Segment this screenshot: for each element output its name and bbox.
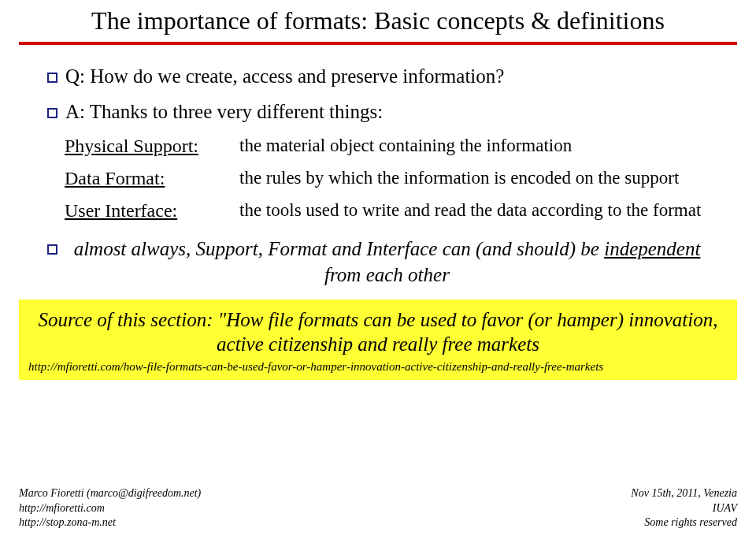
- emphasis-pre: almost always, Support, Format and Inter…: [74, 238, 605, 259]
- footer-venue: IUAV: [631, 501, 737, 516]
- answer-text: A: Thanks to three very different things…: [65, 99, 383, 124]
- emphasis-underlined: independent: [604, 238, 700, 259]
- def-desc: the rules by which the information is en…: [239, 168, 709, 189]
- footer-date: Nov 15th, 2011, Venezia: [631, 486, 737, 501]
- bullet-icon: [47, 73, 57, 83]
- question-bullet: Q: How do we create, access and preserve…: [47, 64, 709, 88]
- slide-title: The importance of formats: Basic concept…: [0, 0, 756, 40]
- question-text: Q: How do we create, access and preserve…: [65, 64, 504, 88]
- answer-bullet: A: Thanks to three very different things…: [47, 99, 709, 124]
- def-term: User Interface:: [65, 200, 222, 221]
- footer-site1: http://mfioretti.com: [19, 501, 201, 516]
- definitions-grid: Physical Support: the material object co…: [65, 136, 709, 221]
- def-term: Data Format:: [65, 168, 222, 189]
- def-desc: the material object containing the infor…: [239, 136, 709, 157]
- bullet-icon: [47, 108, 57, 118]
- footer-right: Nov 15th, 2011, Venezia IUAV Some rights…: [631, 486, 737, 530]
- def-term: Physical Support:: [65, 136, 222, 157]
- source-title: Source of this section: "How file format…: [28, 307, 728, 357]
- source-url: http://mfioretti.com/how-file-formats-ca…: [28, 360, 728, 374]
- footer-rights: Some rights reserved: [631, 516, 737, 530]
- emphasis-bullet: almost always, Support, Format and Inter…: [47, 236, 709, 289]
- footer: Marco Fioretti (marco@digifreedom.net) h…: [19, 486, 737, 530]
- emphasis-post: from each other: [324, 264, 450, 285]
- footer-left: Marco Fioretti (marco@digifreedom.net) h…: [19, 486, 201, 530]
- bullet-icon: [47, 244, 57, 255]
- slide-body: Q: How do we create, access and preserve…: [0, 45, 756, 288]
- source-highlight: Source of this section: "How file format…: [19, 300, 737, 380]
- emphasis-text: almost always, Support, Format and Inter…: [65, 236, 709, 289]
- def-desc: the tools used to write and read the dat…: [239, 200, 709, 221]
- footer-site2: http://stop.zona-m.net: [19, 516, 201, 530]
- footer-author: Marco Fioretti (marco@digifreedom.net): [19, 486, 201, 501]
- slide: The importance of formats: Basic concept…: [0, 0, 756, 536]
